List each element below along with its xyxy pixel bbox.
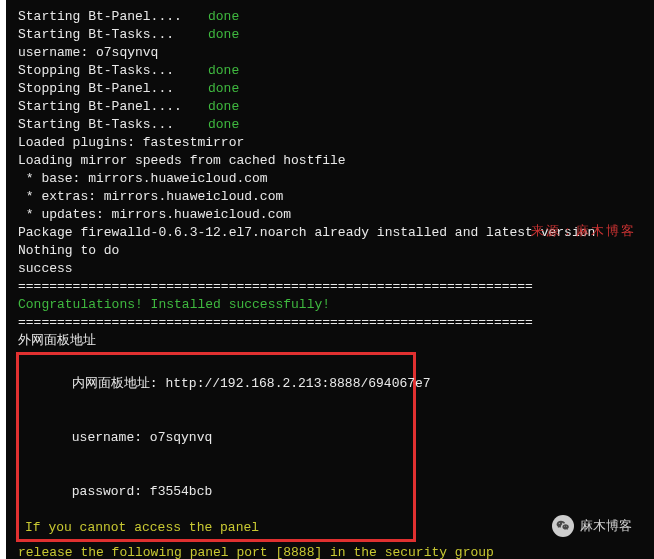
panel-info-box: 内网面板地址: http://192.168.2.213:8888/694067… — [16, 352, 416, 542]
cutoff-line: If you cannot access the panel — [25, 519, 407, 537]
external-label: 外网面板地址 — [18, 332, 96, 350]
mirror-line: * extras: mirrors.huaweicloud.com — [18, 188, 650, 206]
congrats-line: Congratulations! Installed successfully! — [18, 296, 650, 314]
internal-label: 内网面板地址: — [72, 376, 166, 391]
status-done: done — [208, 26, 239, 44]
status-done: done — [208, 98, 239, 116]
username-line: username: o7sqynvq — [18, 44, 650, 62]
status-line: Stopping Bt-Tasks... done — [18, 62, 650, 80]
mirror-line: * base: mirrors.huaweicloud.com — [18, 170, 650, 188]
internal-panel-line: 内网面板地址: http://192.168.2.213:8888/694067… — [25, 357, 407, 411]
wechat-badge: 麻木博客 — [552, 515, 632, 537]
panel-username-line: username: o7sqynvq — [25, 411, 407, 465]
internal-url: http://192.168.2.213:8888/694067e7 — [165, 376, 430, 391]
loading-mirror-line: Loading mirror speeds from cached hostfi… — [18, 152, 650, 170]
release-line-en: release the following panel port [8888] … — [18, 544, 650, 559]
wechat-icon — [552, 515, 574, 537]
loaded-plugins-line: Loaded plugins: fastestmirror — [18, 134, 650, 152]
status-label: Stopping Bt-Panel... — [18, 80, 208, 98]
panel-password: f3554bcb — [150, 484, 212, 499]
status-line: Stopping Bt-Panel... done — [18, 80, 650, 98]
wechat-label: 麻木博客 — [580, 517, 632, 535]
panel-username: o7sqynvq — [150, 430, 212, 445]
divider-line: ========================================… — [18, 278, 650, 296]
panel-password-line: password: f3554bcb — [25, 465, 407, 519]
status-label: Starting Bt-Tasks... — [18, 116, 208, 134]
divider-line: ========================================… — [18, 314, 650, 332]
status-done: done — [208, 80, 239, 98]
status-done: done — [208, 62, 239, 80]
external-panel-line: 外网面板地址 — [18, 332, 650, 350]
nothing-line: Nothing to do — [18, 242, 650, 260]
password-label: password: — [72, 484, 150, 499]
status-line: Starting Bt-Panel.... done — [18, 98, 650, 116]
status-line: Starting Bt-Tasks... done — [18, 116, 650, 134]
status-label: Stopping Bt-Tasks... — [18, 62, 208, 80]
status-label: Starting Bt-Tasks... — [18, 26, 208, 44]
status-label: Starting Bt-Panel.... — [18, 98, 208, 116]
status-done: done — [208, 116, 239, 134]
redacted-url — [104, 333, 404, 349]
success-line: success — [18, 260, 650, 278]
watermark-source: 来源：麻木博客 — [531, 222, 636, 240]
status-line: Starting Bt-Panel.... done — [18, 8, 650, 26]
status-line: Starting Bt-Tasks... done — [18, 26, 650, 44]
terminal-output[interactable]: Starting Bt-Panel.... done Starting Bt-T… — [6, 0, 654, 559]
status-label: Starting Bt-Panel.... — [18, 8, 208, 26]
status-done: done — [208, 8, 239, 26]
username-label: username: — [72, 430, 150, 445]
